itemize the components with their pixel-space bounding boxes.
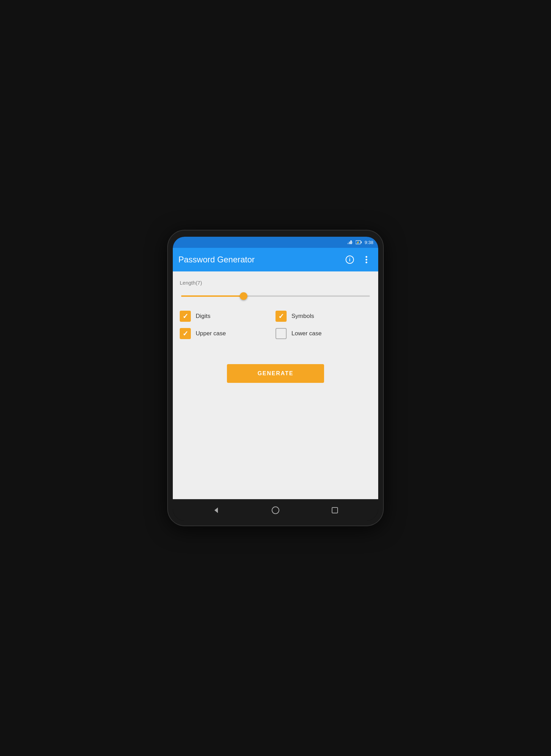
upper-case-checkmark: ✓ [183,330,188,337]
digits-option[interactable]: ✓ Digits [180,311,276,322]
app-title: Password Generator [178,255,339,264]
svg-point-13 [272,507,279,514]
status-time: 9:38 [365,240,373,245]
generate-button[interactable]: GENERATE [227,364,324,383]
svg-marker-1 [349,242,350,244]
svg-rect-14 [332,507,338,513]
svg-marker-12 [214,507,218,513]
svg-marker-2 [350,241,352,244]
lower-case-checkbox[interactable] [276,328,287,339]
lower-case-option[interactable]: Lower case [276,328,371,339]
length-label: Length(7) [180,280,371,286]
svg-marker-0 [347,243,349,244]
generate-button-wrapper: GENERATE [180,350,371,491]
upper-case-label: Upper case [196,330,226,337]
lower-case-label: Lower case [291,330,322,337]
upper-case-option[interactable]: ✓ Upper case [180,328,276,339]
app-bar: Password Generator i [173,248,378,271]
battery-icon: ⚡ [356,240,362,245]
symbols-label: Symbols [291,313,314,320]
symbols-checkmark: ✓ [278,313,284,320]
svg-point-10 [366,259,367,261]
options-grid: ✓ Digits ✓ Symbols ✓ Upper case [180,311,371,339]
home-button[interactable] [269,504,282,516]
more-vert-icon[interactable] [360,253,373,266]
nav-bar [173,499,378,521]
length-slider[interactable] [180,291,371,301]
symbols-checkbox[interactable]: ✓ [276,311,287,322]
svg-text:i: i [349,257,350,262]
info-icon[interactable]: i [344,253,356,266]
digits-label: Digits [196,313,211,320]
slider-thumb[interactable] [240,292,247,300]
home-icon [271,506,280,514]
status-icons: ! ⚡ [347,240,362,245]
svg-point-9 [366,256,367,258]
recents-button[interactable] [329,504,341,516]
digits-checkbox[interactable]: ✓ [180,311,191,322]
svg-text:⚡: ⚡ [356,241,360,244]
recents-icon [331,506,339,514]
svg-point-11 [366,262,367,263]
symbols-option[interactable]: ✓ Symbols [276,311,371,322]
signal-icon: ! [347,240,354,245]
svg-text:!: ! [352,241,353,244]
device-frame: ! ⚡ 9:38 Password Generator i [168,230,383,526]
main-content: Length(7) ✓ Digits [173,271,378,499]
back-button[interactable] [210,504,222,516]
upper-case-checkbox[interactable]: ✓ [180,328,191,339]
digits-checkmark: ✓ [183,313,188,320]
slider-fill [181,295,244,297]
status-bar: ! ⚡ 9:38 [173,237,378,248]
slider-track [181,295,370,297]
back-icon [212,506,220,514]
svg-rect-5 [361,242,362,243]
screen: ! ⚡ 9:38 Password Generator i [173,237,378,521]
